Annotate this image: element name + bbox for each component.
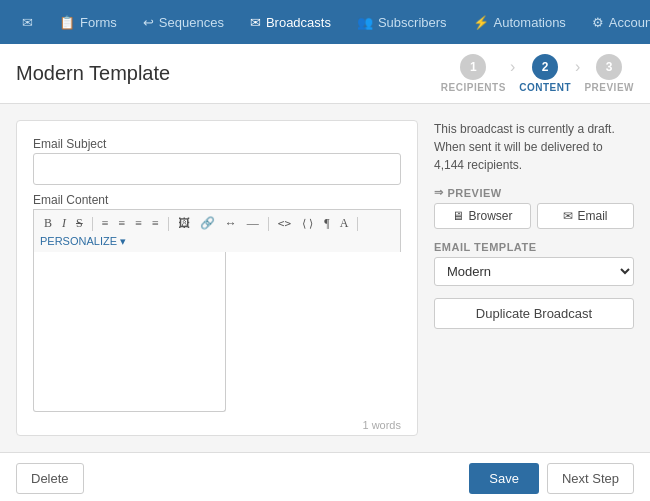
nav-forms[interactable]: 📋 Forms bbox=[49, 9, 127, 36]
italic-button[interactable]: I bbox=[58, 214, 70, 233]
nav-sequences[interactable]: ↩ Sequences bbox=[133, 9, 234, 36]
page-title: Modern Template bbox=[16, 62, 170, 85]
link-button[interactable]: 🔗 bbox=[196, 214, 219, 233]
strikethrough-button[interactable]: S bbox=[72, 214, 87, 233]
step-content-label: CONTENT bbox=[519, 82, 571, 93]
toolbar-sep-3 bbox=[268, 217, 269, 231]
hr-button[interactable]: — bbox=[243, 214, 263, 233]
nav-subscribers[interactable]: 👥 Subscribers bbox=[347, 9, 457, 36]
step-preview-circle: 3 bbox=[596, 54, 622, 80]
email-body-textarea[interactable] bbox=[33, 252, 226, 412]
ul-button[interactable]: ≡ bbox=[98, 214, 113, 233]
automations-icon: ⚡ bbox=[473, 15, 489, 30]
template-section: EMAIL TEMPLATE Modern bbox=[434, 241, 634, 286]
sub-header: Modern Template 1 RECIPIENTS › 2 CONTENT… bbox=[0, 44, 650, 104]
step-arrow-2: › bbox=[575, 58, 580, 76]
browser-preview-button[interactable]: 🖥 Browser bbox=[434, 203, 531, 229]
personalize-button[interactable]: PERSONALIZE ▾ bbox=[40, 235, 126, 248]
image-button[interactable]: 🖼 bbox=[174, 214, 194, 233]
nav-broadcasts[interactable]: ✉ Broadcasts bbox=[240, 9, 341, 36]
email-editor-panel: Email Subject Email Content B I S ≡ ≡ ≡ … bbox=[16, 120, 418, 436]
font-color-button[interactable]: A bbox=[336, 214, 353, 233]
email-nav-icon: ✉ bbox=[22, 15, 33, 30]
sequences-icon: ↩ bbox=[143, 15, 154, 30]
preview-arrow-icon: ⇒ bbox=[434, 186, 444, 199]
delete-button[interactable]: Delete bbox=[16, 463, 84, 494]
preview-section-label: ⇒ PREVIEW bbox=[434, 186, 634, 199]
nav-account[interactable]: ⚙ Account bbox=[582, 9, 650, 36]
footer: Delete Save Next Step bbox=[0, 452, 650, 501]
right-panel: This broadcast is currently a draft. Whe… bbox=[434, 120, 634, 436]
email-content-section: Email Content B I S ≡ ≡ ≡ ≡ 🖼 🔗 ↔ — <> ⟨… bbox=[33, 193, 401, 431]
paragraph-button[interactable]: ¶ bbox=[320, 214, 333, 233]
nav-sequences-label: Sequences bbox=[159, 15, 224, 30]
browser-icon: 🖥 bbox=[452, 209, 464, 223]
nav-automations-label: Automations bbox=[494, 15, 566, 30]
bold-button[interactable]: B bbox=[40, 214, 56, 233]
email-preview-icon: ✉ bbox=[563, 209, 573, 223]
outdent-button[interactable]: ≡ bbox=[148, 214, 163, 233]
nav-automations[interactable]: ⚡ Automations bbox=[463, 9, 576, 36]
nav-subscribers-label: Subscribers bbox=[378, 15, 447, 30]
word-count: 1 words bbox=[33, 419, 401, 431]
step-recipients-circle: 1 bbox=[460, 54, 486, 80]
preview-section: ⇒ PREVIEW 🖥 Browser ✉ Email bbox=[434, 186, 634, 229]
main-content: Email Subject Email Content B I S ≡ ≡ ≡ … bbox=[0, 104, 650, 452]
step-preview-label: PREVIEW bbox=[584, 82, 634, 93]
nav-account-label: Account bbox=[609, 15, 650, 30]
nav-forms-label: Forms bbox=[80, 15, 117, 30]
draft-notice: This broadcast is currently a draft. Whe… bbox=[434, 120, 634, 174]
next-step-button[interactable]: Next Step bbox=[547, 463, 634, 494]
step-arrow-1: › bbox=[510, 58, 515, 76]
save-button[interactable]: Save bbox=[469, 463, 539, 494]
nav-email-icon[interactable]: ✉ bbox=[12, 9, 43, 36]
indent-button[interactable]: ≡ bbox=[131, 214, 146, 233]
editor-toolbar: B I S ≡ ≡ ≡ ≡ 🖼 🔗 ↔ — <> ⟨⟩ ¶ A PERSONAL… bbox=[33, 209, 401, 252]
account-icon: ⚙ bbox=[592, 15, 604, 30]
step-content[interactable]: 2 CONTENT bbox=[519, 54, 571, 93]
email-subject-section: Email Subject bbox=[33, 137, 401, 185]
toolbar-sep-2 bbox=[168, 217, 169, 231]
broadcasts-icon: ✉ bbox=[250, 15, 261, 30]
email-subject-input[interactable] bbox=[33, 153, 401, 185]
top-navigation: ✉ 📋 Forms ↩ Sequences ✉ Broadcasts 👥 Sub… bbox=[0, 0, 650, 44]
subscribers-icon: 👥 bbox=[357, 15, 373, 30]
step-preview[interactable]: 3 PREVIEW bbox=[584, 54, 634, 93]
email-subject-label: Email Subject bbox=[33, 137, 401, 151]
template-section-label: EMAIL TEMPLATE bbox=[434, 241, 634, 253]
email-template-select[interactable]: Modern bbox=[434, 257, 634, 286]
step-content-circle: 2 bbox=[532, 54, 558, 80]
html-button[interactable]: <> bbox=[274, 215, 295, 232]
step-recipients[interactable]: 1 RECIPIENTS bbox=[441, 54, 506, 93]
steps-indicator: 1 RECIPIENTS › 2 CONTENT › 3 PREVIEW bbox=[441, 54, 634, 93]
toolbar-sep-1 bbox=[92, 217, 93, 231]
nav-broadcasts-label: Broadcasts bbox=[266, 15, 331, 30]
footer-right-actions: Save Next Step bbox=[469, 463, 634, 494]
ol-button[interactable]: ≡ bbox=[114, 214, 129, 233]
preview-buttons: 🖥 Browser ✉ Email bbox=[434, 203, 634, 229]
email-content-label: Email Content bbox=[33, 193, 401, 207]
step-recipients-label: RECIPIENTS bbox=[441, 82, 506, 93]
duplicate-broadcast-button[interactable]: Duplicate Broadcast bbox=[434, 298, 634, 329]
forms-icon: 📋 bbox=[59, 15, 75, 30]
email-preview-button[interactable]: ✉ Email bbox=[537, 203, 634, 229]
toolbar-sep-4 bbox=[357, 217, 358, 231]
unlink-button[interactable]: ↔ bbox=[221, 214, 241, 233]
source-button[interactable]: ⟨⟩ bbox=[297, 215, 318, 232]
